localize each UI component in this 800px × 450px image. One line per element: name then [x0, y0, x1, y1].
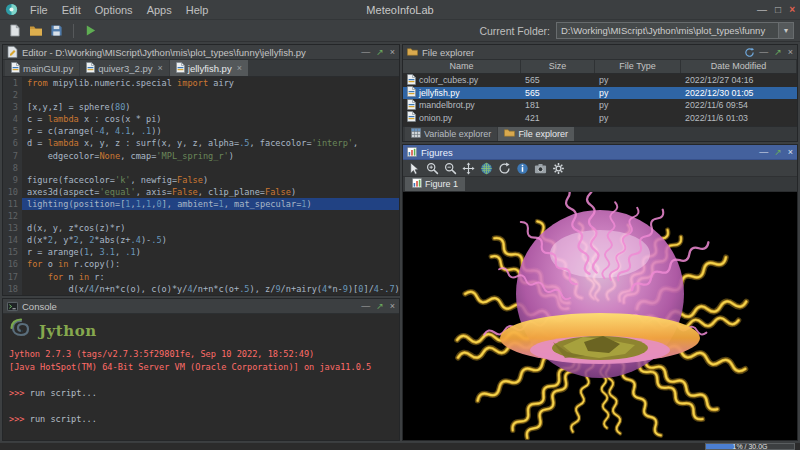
- pan-icon[interactable]: [461, 161, 476, 176]
- console-panel-header: Console —↗×: [3, 299, 399, 314]
- minimize-panel-icon[interactable]: —: [759, 47, 768, 57]
- float-panel-icon[interactable]: ↗: [376, 301, 384, 311]
- refresh-icon[interactable]: [744, 47, 755, 58]
- file-row[interactable]: onion.py421py2022/11/6 01:03: [403, 112, 797, 125]
- code-line: 17 for n in r:: [3, 271, 399, 283]
- console-icon: [7, 301, 18, 312]
- console-line: [9, 400, 393, 413]
- file-table-header: NameSizeFile TypeDate Modified: [403, 60, 797, 74]
- close-panel-icon[interactable]: ×: [788, 47, 793, 57]
- close-panel-icon[interactable]: ×: [390, 301, 395, 311]
- new-file-icon[interactable]: [6, 22, 23, 39]
- plot-area[interactable]: [403, 192, 797, 440]
- folder-icon: [407, 47, 418, 57]
- open-file-icon[interactable]: [27, 22, 44, 39]
- save-image-icon[interactable]: [533, 161, 548, 176]
- py-file-icon: [86, 62, 95, 75]
- line-number: 1: [3, 77, 22, 89]
- code-line: 8: [3, 162, 399, 174]
- minimize-panel-icon[interactable]: —: [361, 47, 370, 57]
- minimize-window-button[interactable]: —: [757, 4, 767, 15]
- float-panel-icon[interactable]: ↗: [376, 47, 384, 57]
- minimize-panel-icon[interactable]: —: [759, 147, 768, 157]
- code-line: 15r = arange(1, 3.1, .1): [3, 246, 399, 258]
- py-file-icon: [407, 74, 416, 87]
- editor-panel-title: Editor - D:\Working\MIScript\Jython\mis\…: [22, 47, 357, 58]
- editor-tab[interactable]: quiver3_2.py×: [80, 60, 169, 76]
- full-extent-icon[interactable]: [479, 161, 494, 176]
- line-number: 3: [3, 101, 22, 113]
- file-row[interactable]: jellyfish.py565py2022/12/30 01:05: [403, 87, 797, 100]
- py-file-icon: [176, 62, 185, 75]
- code-line: 5r = c(arange(-4, 4.1, .1)): [3, 125, 399, 137]
- select-icon[interactable]: [407, 161, 422, 176]
- figure-tab-bar: Figure 1: [403, 177, 797, 192]
- code-line: 1from mipylib.numeric.special import air…: [3, 77, 399, 89]
- dropdown-arrow-icon[interactable]: ▾: [778, 23, 793, 38]
- console-panel-title: Console: [22, 301, 357, 312]
- code-line: 2: [3, 89, 399, 101]
- line-number: 10: [3, 186, 22, 198]
- code-line: 4c = lambda x : cos(x * pi): [3, 113, 399, 125]
- run-script-icon[interactable]: [82, 22, 99, 39]
- zoom-out-icon[interactable]: [443, 161, 458, 176]
- figures-panel-title: Figures: [421, 147, 755, 158]
- maximize-window-button[interactable]: □: [775, 4, 781, 15]
- column-header[interactable]: Size: [521, 60, 595, 73]
- file-row[interactable]: mandelbrot.py181py2022/11/6 09:54: [403, 99, 797, 112]
- current-folder-combobox[interactable]: D:\Working\MIScript\Jython\mis\plot_type…: [556, 22, 794, 39]
- line-number: 2: [3, 89, 22, 101]
- code-line: 12: [3, 210, 399, 222]
- minimize-panel-icon[interactable]: —: [361, 301, 370, 311]
- line-number: 14: [3, 234, 22, 246]
- settings-icon[interactable]: [551, 161, 566, 176]
- figure-tab[interactable]: Figure 1: [405, 177, 465, 191]
- code-line: 9figure(facecolor='k', newfig=False): [3, 174, 399, 186]
- jython-logo-text: Jython: [39, 322, 97, 340]
- close-tab-icon[interactable]: ×: [237, 63, 242, 73]
- console-output[interactable]: Jython Jython 2.7.3 (tags/v2.7.3:5f29801…: [3, 314, 399, 440]
- main-toolbar: Current Folder: D:\Working\MIScript\Jyth…: [0, 20, 800, 42]
- identify-icon[interactable]: [515, 161, 530, 176]
- float-panel-icon[interactable]: ↗: [774, 47, 782, 57]
- code-editor[interactable]: 1from mipylib.numeric.special import air…: [3, 77, 399, 295]
- line-number: 6: [3, 137, 22, 149]
- tab-file-explorer[interactable]: File explorer: [498, 127, 574, 141]
- menu-apps[interactable]: Apps: [140, 2, 179, 18]
- close-panel-icon[interactable]: ×: [390, 47, 395, 57]
- close-tab-icon[interactable]: ×: [158, 63, 163, 73]
- menu-help[interactable]: Help: [179, 2, 216, 18]
- line-number: 13: [3, 222, 22, 234]
- menu-edit[interactable]: Edit: [55, 2, 88, 18]
- code-line: 16for o in r.copy():: [3, 258, 399, 270]
- close-panel-icon[interactable]: ×: [788, 147, 793, 157]
- zoom-in-icon[interactable]: [425, 161, 440, 176]
- file-row[interactable]: color_cubes.py565py2022/12/27 04:16: [403, 74, 797, 87]
- editor-tab-bar: mainGUI.pyquiver3_2.py×jellyfish.py×: [3, 60, 399, 77]
- column-header[interactable]: File Type: [595, 60, 681, 73]
- console-line: >>> run script...: [9, 387, 393, 400]
- jython-logo: Jython: [9, 317, 393, 345]
- save-file-icon[interactable]: [48, 22, 65, 39]
- code-line: 14d(x*2, y*2, 2*abs(z+.4)-.5): [3, 234, 399, 246]
- console-panel-controls: —↗×: [361, 301, 395, 311]
- code-line: 3[x,y,z] = sphere(80): [3, 101, 399, 113]
- column-header[interactable]: Date Modified: [681, 60, 797, 73]
- folder-icon: [504, 128, 515, 140]
- column-header[interactable]: Name: [403, 60, 521, 73]
- tab-variable-explorer[interactable]: Variable explorer: [405, 127, 497, 141]
- editor-tab[interactable]: jellyfish.py×: [170, 60, 248, 76]
- line-number: 9: [3, 174, 22, 186]
- status-bar: 1% / 30.0G: [0, 442, 800, 450]
- line-number: 4: [3, 113, 22, 125]
- menu-file[interactable]: File: [23, 2, 55, 18]
- editor-tab[interactable]: mainGUI.py: [5, 60, 79, 76]
- py-file-icon: [407, 99, 416, 112]
- window-controls: — □ ×: [757, 4, 795, 15]
- close-window-button[interactable]: ×: [789, 4, 795, 15]
- menu-options[interactable]: Options: [88, 2, 140, 18]
- float-panel-icon[interactable]: ↗: [774, 147, 782, 157]
- meteoinfolab-window: FileEditOptionsAppsHelp MeteoInfoLab — □…: [0, 0, 800, 42]
- editor-panel-controls: —↗×: [361, 47, 395, 57]
- rotate-icon[interactable]: [497, 161, 512, 176]
